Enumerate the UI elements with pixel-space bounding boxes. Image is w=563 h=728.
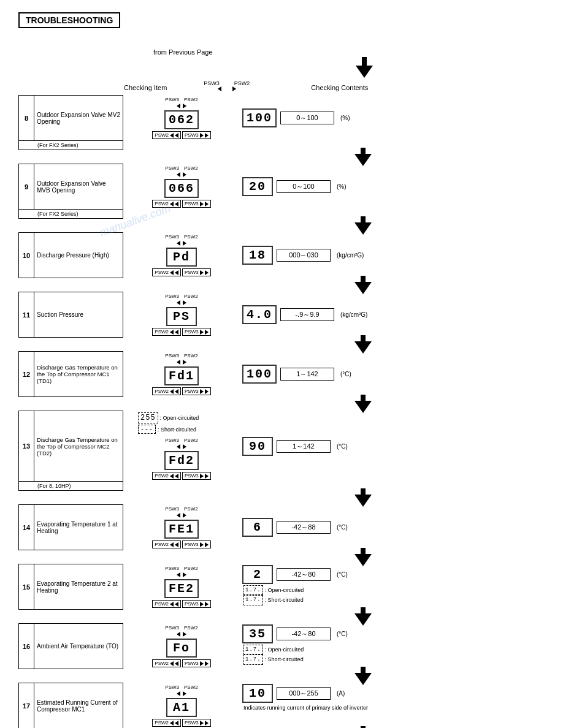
sub-note-13: (For 8, 10HP) bbox=[18, 482, 123, 491]
psw3-box-17[interactable]: PSW3 bbox=[182, 719, 211, 727]
row-desc-16: Ambient Air Temperature (TO) bbox=[34, 623, 123, 669]
fwd-arrow-9[interactable] bbox=[183, 172, 186, 177]
range-11: -.9～9.9 bbox=[280, 308, 334, 321]
psw2-left-8[interactable] bbox=[170, 133, 174, 138]
back-arrow-17[interactable] bbox=[177, 691, 180, 696]
fault-open-code-13: 255 bbox=[138, 412, 158, 423]
entry-row-8: 8 Outdoor Expansion Valve MV2 Opening PS… bbox=[18, 95, 545, 150]
row-num-9: 9 bbox=[18, 164, 34, 210]
psw2-box-13[interactable]: PSW2 bbox=[152, 472, 181, 480]
fault-short-code-13: --- bbox=[138, 425, 156, 434]
unit-17: (A) bbox=[337, 690, 345, 697]
row-num-16: 16 bbox=[18, 623, 34, 669]
unit-11: (kg/cm²G) bbox=[340, 311, 367, 318]
main-table: 8 Outdoor Expansion Valve MV2 Opening PS… bbox=[18, 95, 545, 728]
psw2-box-12[interactable]: PSW2 bbox=[152, 387, 181, 395]
psw2-box-9[interactable]: PSW2 bbox=[152, 200, 181, 208]
from-prev-label: from Previous Page bbox=[153, 48, 213, 56]
back-arrow-12[interactable] bbox=[177, 360, 180, 365]
entry-row-12: 12 Discharge Gas Temperature on the Top … bbox=[18, 351, 545, 397]
fwd-arrow-13[interactable] bbox=[183, 444, 186, 449]
psw2-left2-8[interactable] bbox=[175, 133, 178, 138]
unit-9: (%) bbox=[337, 183, 347, 190]
unit-14: (°C) bbox=[337, 524, 348, 531]
fwd-arrow-16[interactable] bbox=[183, 632, 186, 637]
lcd-code-17: A1 bbox=[166, 698, 197, 717]
range-16: -42～80 bbox=[277, 628, 331, 640]
fault-open-15: 1.7. bbox=[243, 585, 263, 595]
entry-row-14: 14 Evaporating Temperature 1 at Heating … bbox=[18, 504, 545, 550]
psw2-box-11[interactable]: PSW2 bbox=[152, 328, 181, 336]
lcd-code-8: 062 bbox=[164, 110, 199, 129]
range-10: 000～030 bbox=[277, 249, 331, 262]
psw3-box-10[interactable]: PSW3 bbox=[182, 268, 211, 276]
psw3-box-15[interactable]: PSW3 bbox=[182, 600, 211, 608]
back-arrow-16[interactable] bbox=[177, 632, 180, 637]
row-note-17: Indicates running current of primary sid… bbox=[243, 704, 368, 712]
sub-note-8: (For FX2 Series) bbox=[18, 141, 123, 150]
lcd-val-14: 6 bbox=[242, 518, 273, 537]
psw3-left-arrow[interactable] bbox=[218, 86, 221, 91]
fwd-arrow-10[interactable] bbox=[183, 241, 186, 246]
fwd-arrow-14[interactable] bbox=[183, 513, 186, 518]
psw2-box-15[interactable]: PSW2 bbox=[152, 600, 181, 608]
psw3-right2-8[interactable] bbox=[205, 133, 209, 138]
lcd-val-8: 100 bbox=[242, 108, 277, 127]
lcd-val-11: 4.0 bbox=[242, 305, 277, 324]
fault-open-label-16: : Open-circuited bbox=[265, 645, 304, 654]
back-arrow-14[interactable] bbox=[177, 513, 180, 518]
back-arrow-8[interactable] bbox=[177, 104, 180, 108]
back-arrow-9[interactable] bbox=[177, 172, 180, 177]
psw2-box-17[interactable]: PSW2 bbox=[152, 719, 181, 727]
psw3-right-8[interactable] bbox=[200, 133, 204, 138]
fwd-arrow-8[interactable] bbox=[183, 104, 186, 108]
entry-row-16: 16 Ambient Air Temperature (TO) PSW3PSW2… bbox=[18, 623, 545, 669]
unit-16: (°C) bbox=[337, 631, 348, 637]
psw3-box-16[interactable]: PSW3 bbox=[182, 659, 211, 667]
entry-row-13: 13 Discharge Gas Temperature on the Top … bbox=[18, 411, 545, 491]
fwd-arrow-11[interactable] bbox=[183, 300, 186, 305]
lcd-code-12: Fd1 bbox=[164, 366, 199, 385]
lcd-code-13: Fd2 bbox=[164, 451, 199, 470]
psw2-box-16[interactable]: PSW2 bbox=[152, 659, 181, 667]
unit-8: (%) bbox=[340, 115, 350, 121]
range-12: 1～142 bbox=[280, 368, 334, 381]
unit-13: (°C) bbox=[337, 443, 348, 450]
psw3-box-11[interactable]: PSW3 bbox=[182, 328, 211, 336]
fwd-arrow-17[interactable] bbox=[183, 691, 186, 696]
range-15: -42～80 bbox=[277, 568, 331, 581]
psw3-box-13[interactable]: PSW3 bbox=[182, 472, 211, 480]
psw3-box-9[interactable]: PSW3 bbox=[182, 200, 211, 208]
lcd-code-11: PS bbox=[166, 307, 197, 326]
row-num-17: 17 bbox=[18, 683, 34, 728]
psw3-label-8: PSW3 bbox=[165, 97, 179, 102]
back-arrow-10[interactable] bbox=[177, 241, 180, 246]
sub-note-9: (For FX2 Series) bbox=[18, 210, 123, 219]
range-8: 0～100 bbox=[280, 112, 334, 124]
fwd-arrow-12[interactable] bbox=[183, 360, 186, 365]
arrow-12-13 bbox=[18, 397, 545, 411]
entry-row-10: 10 Discharge Pressure (High) PSW3PSW2 Pd… bbox=[18, 232, 545, 278]
psw3-box-12[interactable]: PSW3 bbox=[182, 387, 211, 395]
row-num-14: 14 bbox=[18, 504, 34, 550]
back-arrow-11[interactable] bbox=[177, 300, 180, 305]
psw2-right-arrow[interactable] bbox=[232, 86, 236, 91]
back-arrow-13[interactable] bbox=[177, 444, 180, 449]
psw2-box-14[interactable]: PSW2 bbox=[152, 540, 181, 548]
back-arrow-15[interactable] bbox=[177, 572, 180, 577]
fault-short-label-15: : Short-circuited bbox=[265, 596, 304, 604]
psw2-label-8: PSW2 bbox=[184, 97, 198, 102]
lcd-code-9: 066 bbox=[164, 179, 199, 198]
fault-short-15: 1.7. bbox=[243, 595, 263, 605]
row-desc-10: Discharge Pressure (High) bbox=[34, 232, 123, 278]
psw2-box-8[interactable]: PSW2 bbox=[152, 131, 181, 139]
psw3-box-14[interactable]: PSW3 bbox=[182, 540, 211, 548]
psw2-box-10[interactable]: PSW2 bbox=[152, 268, 181, 276]
entry-row-15: 15 Evaporating Temperature 2 at Heating … bbox=[18, 564, 545, 610]
lcd-code-15: FE2 bbox=[164, 579, 199, 598]
range-13: 1～142 bbox=[277, 440, 331, 453]
fault-short-label-13: : Short-circuited bbox=[158, 427, 196, 433]
fwd-arrow-15[interactable] bbox=[183, 572, 186, 577]
psw3-box-8[interactable]: PSW3 bbox=[182, 131, 211, 139]
unit-12: (°C) bbox=[340, 371, 351, 377]
